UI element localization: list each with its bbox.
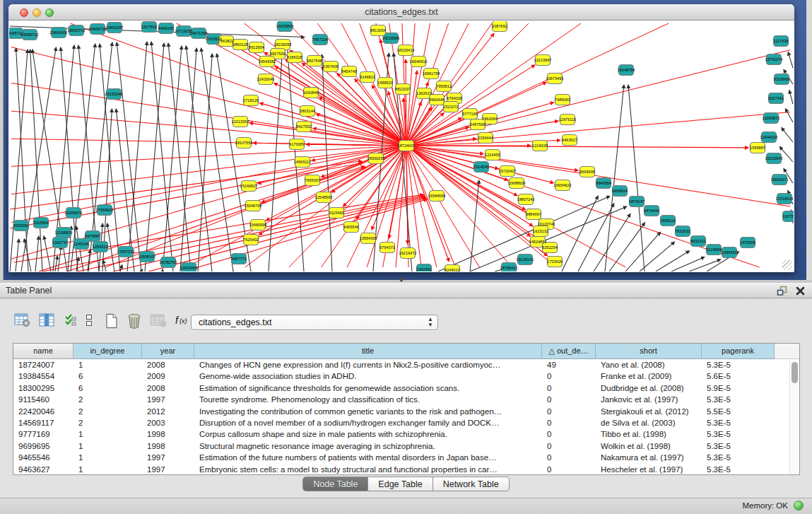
cell-short[interactable]: Stergiakouli et al. (2012) <box>596 406 702 417</box>
table-row[interactable]: 1938455462009Genome-wide association stu… <box>13 370 799 382</box>
cell-short[interactable]: Nakamura et al. (1997) <box>596 452 702 463</box>
cell-name[interactable]: 22420046 <box>13 406 73 417</box>
citation-network-graph[interactable]: 9045712140557122069140618653719169057181… <box>9 21 794 271</box>
table-row[interactable]: 946362711997Embryonic stem cells: a mode… <box>13 464 799 475</box>
cell-title[interactable]: Estimation of the future numbers of pati… <box>194 452 542 463</box>
cell-year[interactable]: 1997 <box>142 452 194 463</box>
cell-year[interactable]: 1998 <box>142 440 194 452</box>
cell-pagerank[interactable]: 5.3E-5 <box>702 464 775 475</box>
column-header-pagerank[interactable]: pagerank <box>702 344 775 359</box>
cell-name[interactable]: 9115460 <box>13 394 73 405</box>
cell-year[interactable]: 1997 <box>142 394 194 405</box>
cell-title[interactable]: Embryonic stem cells: a model to study s… <box>194 464 542 475</box>
network-window-titlebar[interactable]: citations_edges.txt <box>8 4 794 21</box>
tab-node-table[interactable]: Node Table <box>302 477 368 491</box>
row-height-icon[interactable] <box>85 313 93 330</box>
tab-edge-table[interactable]: Edge Table <box>368 477 433 491</box>
cell-in_degree[interactable]: 1 <box>73 452 142 463</box>
new-column-icon[interactable] <box>105 313 119 332</box>
cell-out_de[interactable]: 0 <box>542 440 596 452</box>
table-row[interactable]: 1872400712008Changes of HCN gene express… <box>13 359 799 370</box>
cell-in_degree[interactable]: 1 <box>73 464 142 475</box>
cell-year[interactable]: 2009 <box>142 370 194 382</box>
cell-name[interactable]: 18724007 <box>13 359 73 370</box>
cell-short[interactable]: Hescheler et al. (1997) <box>596 464 702 475</box>
cell-year[interactable]: 1998 <box>142 428 194 440</box>
cell-pagerank[interactable]: 5.3E-5 <box>702 417 775 428</box>
table-row[interactable]: 946554611997Estimation of the future num… <box>13 452 799 463</box>
column-header-title[interactable]: title <box>194 344 542 359</box>
cell-short[interactable]: Jankovic et al. (1997) <box>596 394 702 405</box>
cell-name[interactable]: 18300295 <box>13 382 73 394</box>
cell-in_degree[interactable]: 2 <box>73 417 142 428</box>
table-row[interactable]: 1456911722003Disruption of a novel membe… <box>13 417 799 428</box>
column-header-in_degree[interactable]: in_degree <box>73 344 142 359</box>
cell-year[interactable]: 2008 <box>142 359 194 370</box>
cell-name[interactable]: 9699695 <box>13 440 73 452</box>
delete-column-icon[interactable] <box>126 313 142 332</box>
cell-pagerank[interactable]: 5.3E-5 <box>702 394 775 405</box>
cell-pagerank[interactable]: 5.3E-5 <box>702 428 775 440</box>
cell-title[interactable]: Genome-wide association studies in ADHD. <box>194 370 542 382</box>
table-row[interactable]: 911546021997Tourette syndrome. Phenomeno… <box>13 394 799 405</box>
cell-in_degree[interactable]: 6 <box>73 370 142 382</box>
cell-out_de[interactable]: 0 <box>542 382 596 394</box>
network-window[interactable]: citations_edges.txt 90457121405571220691… <box>8 4 794 272</box>
cell-in_degree[interactable]: 6 <box>73 382 142 394</box>
cell-year[interactable]: 2012 <box>142 406 194 417</box>
column-visibility-icon[interactable] <box>39 313 55 330</box>
cell-title[interactable]: Disruption of a novel member of a sodium… <box>194 417 542 428</box>
column-header-out_de[interactable]: △ out_de… <box>542 344 596 359</box>
table-row[interactable]: 969969511998Structural magnetic resonanc… <box>13 440 799 452</box>
cell-short[interactable]: de Silva et al. (2003) <box>596 417 702 428</box>
cell-out_de[interactable]: 0 <box>542 452 596 463</box>
cell-name[interactable]: 14569117 <box>13 417 73 428</box>
cell-year[interactable]: 2003 <box>142 417 194 428</box>
memory-ok-icon[interactable] <box>794 501 804 510</box>
cell-short[interactable]: Tibbo et al. (1998) <box>596 428 702 440</box>
table-row[interactable]: 1830029562008Estimation of significance … <box>13 382 799 394</box>
cell-name[interactable]: 9465546 <box>13 452 73 463</box>
cell-name[interactable]: 19384554 <box>13 370 73 382</box>
cell-out_de[interactable]: 0 <box>542 428 596 440</box>
table-mode-icon[interactable] <box>14 313 30 330</box>
cell-pagerank[interactable]: 5.9E-5 <box>702 382 775 394</box>
cell-in_degree[interactable]: 2 <box>73 406 142 417</box>
cell-short[interactable]: Dudbridge et al. (2008) <box>596 382 702 394</box>
column-select-icon[interactable] <box>64 313 78 330</box>
delete-table-icon[interactable] <box>150 313 167 330</box>
table-row[interactable]: 977716911998Corpus callosum shape and si… <box>13 428 799 440</box>
scrollbar-thumb[interactable] <box>792 362 798 383</box>
cell-short[interactable]: Wolkin et al. (1998) <box>596 440 702 452</box>
function-builder-icon[interactable]: f(x) <box>174 313 191 330</box>
cell-in_degree[interactable]: 2 <box>73 394 142 405</box>
table-scrollbar[interactable] <box>789 360 799 474</box>
cell-out_de[interactable]: 49 <box>542 359 596 370</box>
cell-out_de[interactable]: 0 <box>542 406 596 417</box>
cell-pagerank[interactable]: 5.3E-5 <box>702 440 775 452</box>
close-panel-icon[interactable] <box>796 286 805 296</box>
cell-year[interactable]: 2008 <box>142 382 194 394</box>
cell-title[interactable]: Changes of HCN gene expression and I(f) … <box>194 359 542 370</box>
cell-in_degree[interactable]: 1 <box>73 440 142 452</box>
float-panel-icon[interactable] <box>777 286 787 296</box>
cell-pagerank[interactable]: 5.3E-5 <box>702 452 775 463</box>
cell-out_de[interactable]: 0 <box>542 464 596 475</box>
cell-pagerank[interactable]: 5.6E-5 <box>702 370 775 382</box>
cell-short[interactable]: Yano et al. (2008) <box>596 359 702 370</box>
column-header-name[interactable]: name <box>13 344 73 359</box>
cell-name[interactable]: 9777169 <box>13 428 73 440</box>
cell-title[interactable]: Estimation of significance thresholds fo… <box>194 382 542 394</box>
cell-in_degree[interactable]: 1 <box>73 428 142 440</box>
cell-out_de[interactable]: 0 <box>542 394 596 405</box>
tab-network-table[interactable]: Network Table <box>433 477 510 491</box>
cell-out_de[interactable]: 0 <box>542 417 596 428</box>
table-row[interactable]: 2242004622012Investigating the contribut… <box>13 406 799 417</box>
cell-in_degree[interactable]: 1 <box>73 359 142 370</box>
cell-pagerank[interactable]: 5.3E-5 <box>702 359 775 370</box>
cell-out_de[interactable]: 0 <box>542 370 596 382</box>
column-header-short[interactable]: short <box>596 344 702 359</box>
splitter-collapse-icon[interactable] <box>398 278 405 282</box>
column-header-year[interactable]: year <box>142 344 194 359</box>
cell-name[interactable]: 9463627 <box>13 464 73 475</box>
